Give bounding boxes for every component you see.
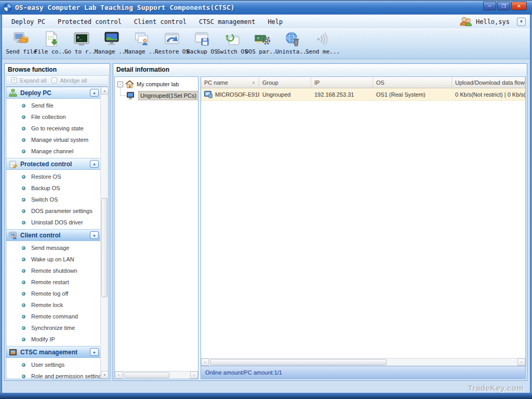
collapse-button[interactable]: ▲ bbox=[90, 348, 99, 356]
user-dropdown-button[interactable]: ▼ bbox=[517, 18, 526, 26]
toolbar-switch-os[interactable]: Switch OS bbox=[217, 31, 247, 58]
abridge-all-button[interactable]: - Abridge all bbox=[51, 77, 87, 84]
sidebar-item-send-message[interactable]: Send message bbox=[6, 242, 100, 254]
bullet-icon bbox=[22, 281, 25, 284]
toolbar-manage-virtual-system[interactable]: Manage ... bbox=[97, 31, 127, 58]
column-header-ip[interactable]: IP bbox=[311, 77, 373, 88]
sidebar-item-uninstall-dos-driver[interactable]: Uninstall DOS driver bbox=[6, 217, 100, 228]
file-collection-icon bbox=[45, 31, 58, 47]
close-button[interactable]: ✕ bbox=[511, 2, 527, 10]
expand-all-button[interactable]: + Expand all bbox=[11, 77, 46, 84]
sidebar-item-go-to-receiving-state[interactable]: Go to receiving state bbox=[6, 123, 100, 134]
section-items: Send message Wake up on LAN Remote shutd… bbox=[6, 241, 100, 346]
menu-protected-control[interactable]: Protected control bbox=[56, 17, 124, 26]
scroll-right-button[interactable]: › bbox=[517, 358, 525, 366]
bullet-icon bbox=[22, 104, 25, 108]
toolbar-backup-os[interactable]: Backup OS bbox=[187, 31, 217, 58]
table-header-row: PC name ▲ Group IP OS Upload/Download da… bbox=[201, 77, 525, 88]
sidebar-item-synchronize-time[interactable]: Synchronize time bbox=[6, 322, 100, 334]
switch-os-icon bbox=[224, 31, 240, 47]
section-client-control[interactable]: Client control ▲ bbox=[6, 229, 100, 241]
scrollbar-thumb[interactable] bbox=[124, 372, 169, 378]
scroll-right-button[interactable]: › bbox=[190, 371, 198, 379]
browse-function-panel: Browse function + Expand all - Abridge a… bbox=[4, 63, 110, 381]
sidebar-item-remote-log-off[interactable]: Remote log off bbox=[6, 288, 100, 299]
sidebar-item-remote-shutdown[interactable]: Remote shutdown bbox=[6, 265, 100, 276]
toolbar-label: Uninsta... bbox=[275, 48, 310, 55]
sidebar-item-wake-up-on-lan[interactable]: Wake up on LAN bbox=[6, 254, 100, 265]
sidebar-item-backup-os[interactable]: Backup OS bbox=[6, 182, 100, 194]
tree-root-my-computer-lab[interactable]: - My computer lab bbox=[115, 78, 198, 90]
group-tree: - My computer lab Ungrouped(1Set PCs) ‹ … bbox=[114, 76, 198, 379]
collapse-button[interactable]: ▲ bbox=[90, 89, 99, 97]
tree-node-ungrouped[interactable]: Ungrouped(1Set PCs) bbox=[115, 90, 198, 101]
table-horizontal-scrollbar[interactable]: ‹ › bbox=[201, 358, 525, 366]
toolbar-file-collection[interactable]: File co... bbox=[36, 31, 66, 58]
browse-function-title: Browse function bbox=[5, 64, 110, 75]
bullet-icon bbox=[22, 338, 25, 341]
tree-root-label: My computer lab bbox=[137, 81, 179, 87]
toolbar-send-file[interactable]: Send file bbox=[6, 31, 36, 58]
scrollbar-thumb[interactable] bbox=[101, 198, 108, 297]
users-icon bbox=[459, 16, 473, 27]
sidebar-item-restore-os[interactable]: Restore OS bbox=[6, 171, 100, 182]
sidebar-item-remote-lock[interactable]: Remote lock bbox=[6, 299, 100, 311]
scrollbar-thumb[interactable] bbox=[210, 359, 387, 365]
toolbar-restore-os[interactable]: Restore OS bbox=[157, 31, 187, 58]
chevron-up-icon: ▲ bbox=[92, 91, 96, 95]
table-row[interactable]: MICROSOF-E91F... Ungrouped 192.168.253.3… bbox=[201, 88, 525, 101]
sidebar-item-send-file[interactable]: Send file bbox=[6, 100, 100, 111]
collapse-button[interactable]: ▲ bbox=[90, 231, 99, 239]
sidebar-item-dos-parameter-settings[interactable]: DOS parameter settings bbox=[6, 205, 100, 217]
scroll-up-button[interactable]: ▲ bbox=[101, 87, 109, 95]
tree-horizontal-scrollbar[interactable]: ‹ › bbox=[115, 371, 198, 379]
toolbar-dos-parameter[interactable]: DOS par... bbox=[247, 31, 277, 58]
scroll-left-button[interactable]: ‹ bbox=[115, 371, 123, 379]
home-icon bbox=[125, 80, 134, 88]
menu-deploy-pc[interactable]: Deploy PC bbox=[9, 17, 47, 26]
sidebar-item-manage-virtual-system[interactable]: Manage virtual system bbox=[6, 134, 100, 145]
toolbar-go-to-receiving[interactable]: >_ Go to r... bbox=[66, 31, 97, 58]
toolbar-label: Go to r... bbox=[64, 48, 99, 55]
column-header-data-flow[interactable]: Upload/Download data flow(r.. bbox=[452, 77, 525, 88]
sidebar-item-user-settings[interactable]: User settings bbox=[6, 359, 100, 370]
sidebar-item-remote-command[interactable]: Remote command bbox=[6, 311, 100, 322]
toolbar-manage-channel[interactable]: Manage ... bbox=[127, 31, 157, 58]
sidebar-item-manage-channel[interactable]: Manage channel bbox=[6, 145, 100, 157]
section-protected-control[interactable]: Protected control ▲ bbox=[6, 158, 100, 170]
section-label: CTSC management bbox=[20, 349, 90, 356]
window-controls: ─ ❐ ✕ bbox=[482, 2, 527, 10]
maximize-button[interactable]: ❐ bbox=[497, 2, 510, 10]
toolbar-uninstall-dos[interactable]: Uninsta... bbox=[277, 31, 308, 58]
bullet-icon bbox=[22, 269, 25, 273]
toolbar-send-message[interactable]: Send me... bbox=[308, 31, 338, 58]
scroll-left-button[interactable]: ‹ bbox=[201, 358, 209, 366]
menu-help[interactable]: Help bbox=[265, 17, 285, 26]
menu-ctsc-management[interactable]: CTSC management bbox=[197, 17, 257, 26]
column-header-os[interactable]: OS bbox=[373, 77, 452, 88]
section-deploy-pc[interactable]: Deploy PC ▲ bbox=[6, 87, 100, 99]
minimize-button[interactable]: ─ bbox=[483, 2, 496, 10]
user-greeting: Hello,sys bbox=[476, 18, 510, 25]
scroll-down-button[interactable]: ▼ bbox=[101, 371, 109, 379]
cell-ip: 192.168.253.31 bbox=[311, 88, 373, 100]
collapse-button[interactable]: ▲ bbox=[90, 160, 99, 168]
section-label: Protected control bbox=[20, 161, 90, 168]
terminal-icon: >_ bbox=[74, 31, 89, 47]
abridge-all-label: Abridge all bbox=[60, 77, 87, 84]
column-header-pc-name[interactable]: PC name ▲ bbox=[201, 77, 259, 88]
bullet-icon bbox=[22, 175, 25, 179]
sidebar-item-modify-ip[interactable]: Modify IP bbox=[6, 334, 100, 345]
sidebar-vertical-scrollbar[interactable]: ▲ ▼ bbox=[100, 87, 108, 379]
sidebar-item-file-collection[interactable]: File collection bbox=[6, 111, 100, 123]
column-header-group[interactable]: Group bbox=[259, 77, 311, 88]
tree-collapse-icon[interactable]: - bbox=[117, 82, 123, 87]
sidebar-item-switch-os[interactable]: Switch OS bbox=[6, 194, 100, 205]
sidebar-item-role-and-permission-settings[interactable]: Role and permission settings bbox=[6, 370, 100, 379]
sidebar-item-remote-restart[interactable]: Remote restart bbox=[6, 276, 100, 288]
pc-table: PC name ▲ Group IP OS Upload/Download da… bbox=[201, 76, 526, 379]
section-ctsc-management[interactable]: CTSC management ▲ bbox=[6, 346, 100, 358]
menu-client-control[interactable]: Client control bbox=[132, 17, 189, 26]
bullet-icon bbox=[22, 315, 25, 318]
status-bar: Online amount/PC amount:1/1 bbox=[201, 366, 525, 379]
